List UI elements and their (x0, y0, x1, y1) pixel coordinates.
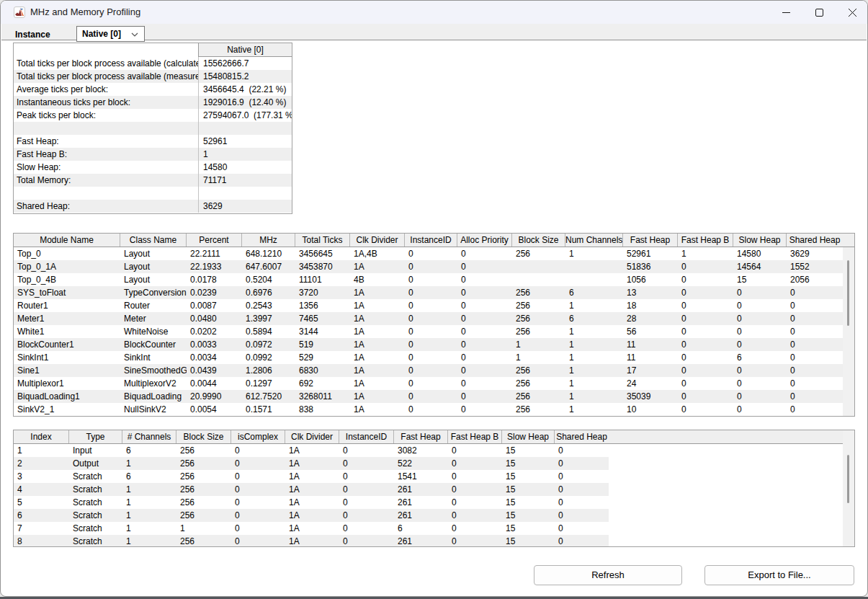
buffer-table-row[interactable]: 8Scratch125601A02610150 (14, 535, 609, 547)
buffer-table-scrollbar[interactable] (843, 430, 854, 546)
module-table-cell: 1A (350, 325, 405, 338)
titlebar: MHz and Memory Profiling (1, 1, 867, 24)
module-table-cell: 0.6976 (242, 286, 295, 299)
module-table-row[interactable]: Router1Router0.00870.254313561A002561180… (14, 299, 843, 312)
module-table-cell: 0 (733, 403, 787, 416)
module-table-row[interactable]: SinkInt1SinkInt0.00340.09925291A00111106… (14, 351, 843, 364)
module-table-cell: MultiplexorV2 (120, 377, 187, 390)
module-table-row[interactable]: SYS_toFloatTypeConversion0.02390.6976372… (14, 286, 843, 299)
module-table-cell: 0 (405, 338, 457, 351)
module-table-body: Top_0Layout22.2111648.121034566451A,4B00… (14, 247, 854, 416)
summary-row[interactable]: Average ticks per block:3456645.4 (22.21… (14, 83, 292, 96)
instance-dropdown-value: Native [0] (82, 29, 121, 39)
buffer-table-cell: 261 (394, 509, 448, 522)
module-table-cell: 0 (405, 351, 457, 364)
module-table-cell: 0 (787, 364, 843, 377)
module-table-row[interactable]: BiquadLoading1BiquadLoading20.9990612.75… (14, 390, 843, 403)
buffer-table-row[interactable]: 5Scratch125601A02610150 (14, 496, 609, 509)
summary-row[interactable] (14, 122, 292, 135)
module-table-cell: 0.0054 (187, 403, 242, 416)
buffer-table-cell: 0 (231, 522, 285, 535)
module-table-row[interactable]: SinkV2_1NullSinkV20.00540.15718381A00256… (14, 403, 843, 416)
export-to-file-button[interactable]: Export to File... (704, 565, 854, 585)
summary-row-label: Slow Heap: (14, 161, 198, 174)
instance-dropdown[interactable]: Native [0] (76, 26, 145, 42)
module-table-cell: 0 (787, 299, 843, 312)
module-table-row[interactable]: Top_0_4BLayout0.01780.5204111014B0010560… (14, 273, 843, 286)
module-table-cell: 0 (787, 351, 843, 364)
module-table-row[interactable]: Meter1Meter0.04801.399774651A00256628000 (14, 312, 843, 325)
module-table-row[interactable]: Top_0_1ALayout22.1933647.600734538701A00… (14, 260, 843, 273)
summary-row[interactable]: Shared Heap:3629 (14, 200, 292, 213)
summary-row[interactable]: Fast Heap:52961 (14, 135, 292, 148)
matlab-app-icon (14, 6, 25, 18)
module-table-cell: 11 (623, 338, 678, 351)
buffer-table-row[interactable]: 3Scratch625601A015410150 (14, 470, 609, 483)
close-button[interactable] (836, 1, 868, 24)
module-column-header: Clk Divider (350, 234, 405, 247)
module-table-cell: 11 (623, 351, 678, 364)
module-table-row[interactable]: Multiplexor1MultiplexorV20.00440.1297692… (14, 377, 843, 390)
module-table-cell: 1 (565, 403, 623, 416)
buffer-table-cell: Scratch (69, 522, 122, 535)
buffer-table-row[interactable]: 2Output125601A05220150 (14, 457, 609, 470)
module-scrollbar-thumb[interactable] (847, 260, 849, 326)
module-column-header: Percent (187, 234, 242, 247)
buffer-table-cell: 522 (394, 457, 448, 470)
module-table-cell: 0.5204 (242, 273, 295, 286)
summary-row[interactable]: Total ticks per block process available … (14, 57, 292, 70)
module-table-cell: 647.6007 (242, 260, 295, 273)
summary-row[interactable]: Slow Heap:14580 (14, 161, 292, 174)
module-table-cell: 1A (350, 312, 405, 325)
module-table-cell: 0 (405, 286, 457, 299)
module-table-cell: 1A (350, 299, 405, 312)
buffer-table-cell: 1A (285, 496, 339, 509)
maximize-button[interactable] (802, 1, 836, 24)
summary-row[interactable] (14, 187, 292, 200)
buffer-table-row[interactable]: 7Scratch1101A060150 (14, 522, 609, 535)
module-table-cell: White1 (14, 325, 120, 338)
module-table-row[interactable]: Sine1SineSmoothedGen0.04391.280668301A00… (14, 364, 843, 377)
summary-row[interactable]: Fast Heap B:1 (14, 148, 292, 161)
buffer-scrollbar-thumb[interactable] (847, 455, 849, 503)
buffer-table-cell: 1541 (394, 470, 448, 483)
buffer-table-row[interactable]: 6Scratch125601A02610150 (14, 509, 609, 522)
module-table-row[interactable]: Top_0Layout22.2111648.121034566451A,4B00… (14, 247, 843, 260)
module-table-cell: 0.0972 (242, 338, 295, 351)
summary-row-value: 27594067.0 (177.31 %) (198, 109, 292, 122)
summary-row[interactable]: Total Memory:71171 (14, 174, 292, 187)
module-table-cell: 0 (733, 364, 787, 377)
summary-row[interactable]: Peak ticks per block:27594067.0 (177.31 … (14, 109, 292, 122)
module-table-cell: Router (120, 299, 187, 312)
summary-row[interactable]: Total ticks per block process available … (14, 70, 292, 83)
module-table-cell: 1 (565, 390, 623, 403)
module-table-row[interactable]: BlockCounter1BlockCounter0.00330.0972519… (14, 338, 843, 351)
module-table-cell: 256 (512, 247, 565, 260)
module-table-cell: 1A (350, 364, 405, 377)
buffer-table-body: 1Input625601A0308201502Output125601A0522… (14, 444, 854, 547)
buffer-table-row[interactable]: 4Scratch125601A02610150 (14, 483, 609, 496)
module-table-cell: 52961 (623, 247, 678, 260)
module-column-header: Slow Heap (733, 234, 787, 247)
buffer-column-header: Type (69, 430, 122, 443)
module-table-cell: 0.0087 (187, 299, 242, 312)
module-table-cell: 1A (350, 351, 405, 364)
buffer-table-cell: 0 (339, 535, 394, 547)
buffer-table-cell: 0 (555, 470, 609, 483)
close-icon (849, 9, 856, 17)
summary-row[interactable]: Instantaneous ticks per block:1929016.9 … (14, 96, 292, 109)
module-table-cell: 0.0044 (187, 377, 242, 390)
refresh-button[interactable]: Refresh (534, 565, 682, 585)
summary-row-label: Total ticks per block process available … (14, 57, 198, 70)
module-table-row[interactable]: White1WhiteNoise0.02020.589431441A002561… (14, 325, 843, 338)
buffer-table-cell: 15 (502, 457, 555, 470)
summary-header-native: Native [0] (198, 43, 292, 57)
minimize-button[interactable] (769, 1, 802, 24)
buffer-table-row[interactable]: 1Input625601A030820150 (14, 444, 609, 457)
buffer-table-cell: 0 (555, 535, 609, 547)
module-table-cell: 256 (512, 377, 565, 390)
module-table-cell: Layout (120, 247, 187, 260)
module-table-cell: 1 (565, 364, 623, 377)
module-table-scrollbar[interactable] (843, 247, 854, 416)
module-table-cell: 0 (457, 390, 512, 403)
